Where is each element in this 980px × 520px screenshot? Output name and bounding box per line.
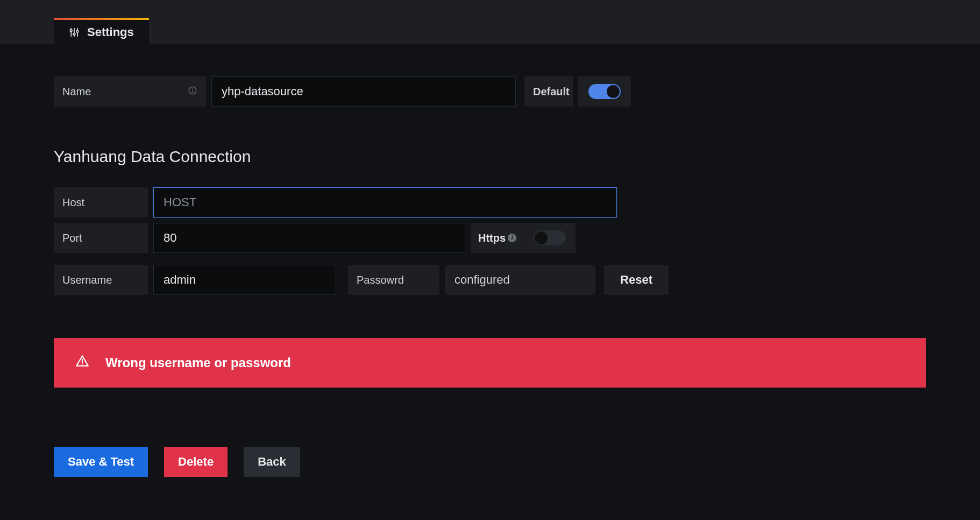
- name-input[interactable]: [211, 76, 516, 107]
- warning-icon: [75, 354, 89, 371]
- tab-bar: Settings: [0, 0, 980, 44]
- name-row: Name Default: [54, 76, 926, 107]
- reset-button[interactable]: Reset: [604, 265, 669, 295]
- host-label-text: Host: [62, 196, 84, 209]
- tab-settings[interactable]: Settings: [54, 18, 149, 44]
- svg-point-3: [70, 29, 72, 31]
- toggle-knob: [535, 231, 548, 244]
- error-alert: Wrong username or password: [54, 338, 926, 388]
- https-label-text: Https: [478, 232, 506, 244]
- tab-label: Settings: [87, 25, 134, 39]
- name-label: Name: [54, 76, 206, 107]
- auth-row: Username Passowrd configured Reset: [54, 265, 926, 295]
- port-input[interactable]: [153, 223, 465, 253]
- default-toggle[interactable]: [588, 84, 621, 99]
- password-value-text: configured: [455, 273, 510, 287]
- default-label: Default: [524, 76, 573, 107]
- sliders-icon: [69, 27, 80, 38]
- delete-button[interactable]: Delete: [164, 447, 228, 477]
- info-icon[interactable]: [188, 86, 197, 98]
- back-button[interactable]: Back: [244, 447, 300, 477]
- username-label: Username: [54, 265, 148, 295]
- default-label-text: Default: [533, 86, 570, 98]
- section-title: Yanhuang Data Connection: [54, 147, 926, 166]
- https-toggle-frame: [524, 223, 576, 253]
- info-icon[interactable]: i: [508, 234, 516, 242]
- port-row: Port Https i: [54, 223, 926, 253]
- host-input[interactable]: [153, 187, 617, 217]
- password-label-text: Passowrd: [357, 274, 404, 286]
- default-toggle-frame: [578, 76, 631, 107]
- save-and-test-button[interactable]: Save & Test: [54, 447, 148, 477]
- password-label: Passowrd: [348, 265, 439, 295]
- svg-point-8: [192, 88, 193, 89]
- https-toggle[interactable]: [534, 230, 566, 245]
- username-input[interactable]: [153, 265, 336, 295]
- footer-buttons: Save & Test Delete Back: [54, 447, 926, 477]
- username-label-text: Username: [62, 274, 112, 286]
- host-row: Host: [54, 187, 926, 217]
- port-label: Port: [54, 223, 148, 253]
- https-label: Https i: [471, 223, 524, 253]
- password-value: configured: [445, 265, 595, 295]
- toggle-knob: [607, 85, 620, 98]
- svg-point-4: [73, 33, 75, 35]
- svg-point-5: [76, 30, 79, 32]
- port-label-text: Port: [62, 232, 82, 244]
- alert-message: Wrong username or password: [105, 355, 291, 370]
- name-label-text: Name: [62, 86, 91, 98]
- host-label: Host: [54, 187, 148, 217]
- svg-point-10: [82, 363, 83, 364]
